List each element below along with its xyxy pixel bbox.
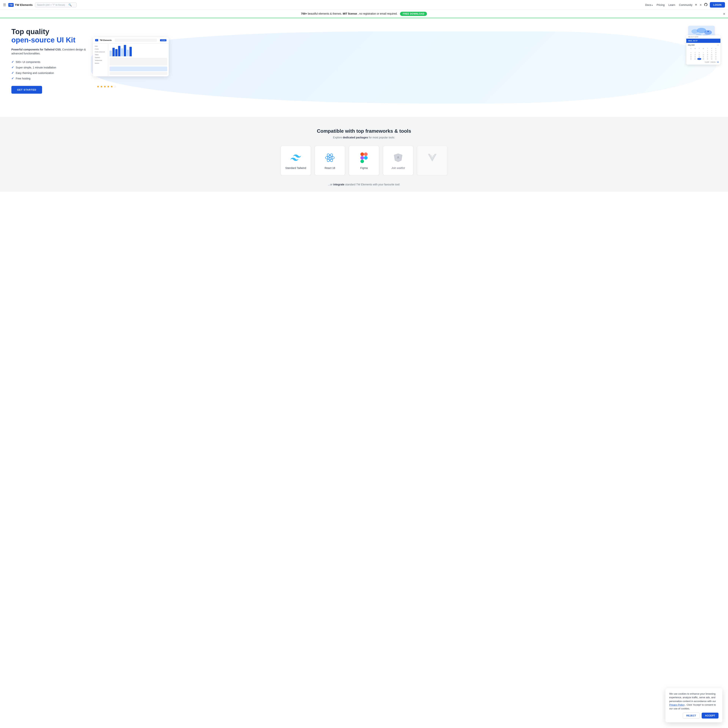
frameworks-grid: Standard Tailwind React 18 [8, 146, 720, 175]
banner-bold: 700+ [301, 12, 307, 15]
login-button[interactable]: LOGIN [710, 2, 725, 8]
framework-angular[interactable]: A Join waitlist [383, 146, 413, 175]
react-icon [324, 152, 336, 164]
figma-icon [358, 152, 370, 164]
banner-mit: MIT license [343, 12, 357, 15]
figma-label: Figma [360, 167, 368, 170]
hero-title: Top quality open-source UI Kit [11, 28, 91, 44]
banner-close-icon[interactable]: ✕ [723, 12, 725, 16]
hero-mockup: T TW Elements LOGIN Data Charts Charts a… [91, 28, 717, 104]
search-input[interactable] [37, 3, 67, 6]
svg-text:A: A [397, 156, 399, 159]
integrate-text: ...or integrate standard TW Elements wit… [8, 183, 720, 186]
mock-date-card: SELECT DATE Wed, Jul 27 July 2022 ‹ › SM… [686, 35, 720, 65]
feature-3: ✓Easy theming and customization [11, 71, 91, 75]
svg-point-6 [708, 31, 709, 32]
svg-rect-14 [364, 156, 368, 160]
logo[interactable]: TW TW Elements [8, 3, 33, 7]
hero-section: Top quality open-source UI Kit Powerful … [0, 18, 728, 117]
react-label: React 18 [324, 167, 335, 170]
angular-icon: A [392, 152, 404, 164]
banner-text2: , no registration or email required. [358, 12, 398, 15]
nav-pricing[interactable]: Pricing [656, 3, 665, 6]
brand-name: TW Elements [15, 3, 33, 6]
mock-stars: ★ ★ ★ ★ ★ ☆ [97, 85, 116, 88]
search-icon: 🔍 [69, 3, 72, 6]
navbar: ☰ TW TW Elements 🔍 Docs Pricing Learn Co… [0, 0, 728, 10]
compatible-section: Compatible with top frameworks & tools E… [0, 117, 728, 183]
github-icon[interactable] [704, 3, 708, 7]
hero-content: Top quality open-source UI Kit Powerful … [11, 28, 91, 94]
theme-toggle-icon[interactable]: ☀ [694, 3, 697, 7]
nav-learn[interactable]: Learn [668, 3, 675, 6]
mock-main-card: T TW Elements LOGIN Data Charts Charts a… [93, 37, 169, 76]
framework-tailwind[interactable]: Standard Tailwind [281, 146, 311, 175]
vue-icon [426, 152, 438, 164]
integrate-section: ...or integrate standard TW Elements wit… [0, 183, 728, 192]
nav-docs[interactable]: Docs [645, 3, 653, 6]
announcement-banner: 700+ beautiful elements & themes. MIT li… [0, 10, 728, 18]
search-bar[interactable]: 🔍 [35, 3, 76, 8]
nav-community[interactable]: Community [679, 3, 693, 6]
hamburger-menu[interactable]: ☰ [3, 3, 6, 7]
compatible-subtitle: Explore dedicated packages for most popu… [8, 136, 720, 139]
framework-figma[interactable]: Figma [349, 146, 379, 175]
twitter-icon[interactable]: ✕ [700, 3, 702, 6]
tailwind-icon [290, 152, 302, 164]
svg-rect-15 [360, 160, 364, 163]
svg-rect-12 [364, 153, 368, 156]
angular-label: Join waitlist [391, 167, 405, 170]
get-started-button[interactable]: GET STARTED [11, 86, 42, 94]
feature-2: ✓Super simple, 1 minute installation [11, 66, 91, 69]
banner-text: beautiful elements & themes. [308, 12, 343, 15]
nav-icons: ☀ ✕ [694, 3, 708, 7]
nav-links: Docs Pricing Learn Community [645, 3, 692, 6]
logo-icon: TW [8, 3, 14, 7]
compatible-title: Compatible with top frameworks & tools [8, 128, 720, 134]
svg-point-7 [329, 157, 330, 159]
framework-vue[interactable] [417, 146, 447, 175]
feature-4: ✓Free hosting [11, 76, 91, 80]
svg-rect-11 [360, 153, 364, 156]
tailwind-label: Standard Tailwind [285, 167, 306, 170]
free-download-button[interactable]: FREE DOWNLOAD [400, 12, 427, 16]
hero-features: ✓500+ UI components ✓Super simple, 1 min… [11, 60, 91, 80]
svg-rect-13 [360, 156, 364, 160]
feature-1: ✓500+ UI components [11, 60, 91, 64]
framework-react[interactable]: React 18 [315, 146, 345, 175]
hero-subtitle: Powerful components for Tailwind CSS. Co… [11, 47, 91, 55]
svg-point-3 [704, 30, 712, 35]
